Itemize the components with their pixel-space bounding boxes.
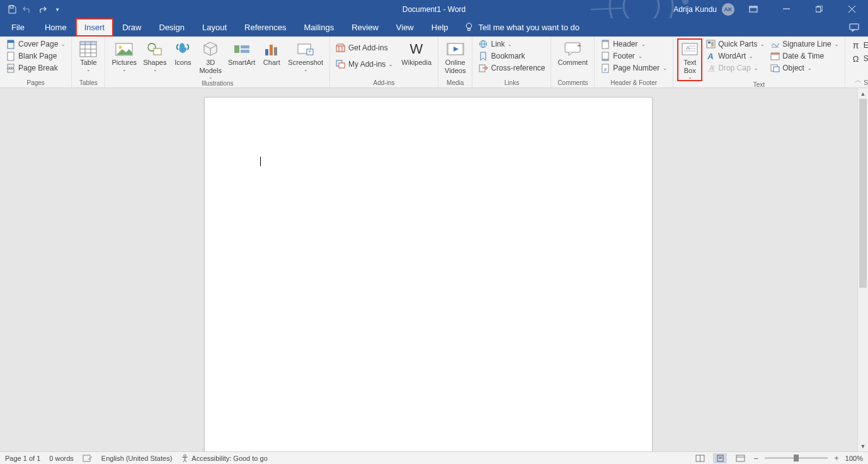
drop-cap-icon: A bbox=[705, 63, 716, 73]
pictures-button[interactable]: Pictures⌄ bbox=[109, 38, 139, 72]
user-avatar[interactable]: AK bbox=[722, 3, 734, 16]
document-area: ▲ ▼ bbox=[0, 88, 868, 451]
bookmark-button[interactable]: Bookmark bbox=[476, 50, 547, 62]
tab-insert[interactable]: Insert bbox=[76, 18, 114, 37]
svg-point-79 bbox=[184, 455, 186, 457]
quick-parts-button[interactable]: Quick Parts⌄ bbox=[704, 38, 767, 50]
svg-rect-85 bbox=[736, 455, 745, 461]
tab-draw[interactable]: Draw bbox=[113, 18, 150, 37]
header-button[interactable]: Header⌄ bbox=[598, 38, 669, 50]
tab-review[interactable]: Review bbox=[343, 18, 387, 37]
table-button[interactable]: Table⌄ bbox=[76, 38, 101, 72]
scroll-thumb[interactable] bbox=[859, 99, 867, 288]
document-page[interactable] bbox=[204, 97, 653, 451]
tab-file[interactable]: File bbox=[0, 18, 36, 37]
svg-rect-30 bbox=[234, 45, 239, 53]
status-page[interactable]: Page 1 of 1 bbox=[5, 455, 40, 462]
drop-cap-button[interactable]: ADrop Cap⌄ bbox=[704, 62, 767, 74]
screenshot-button[interactable]: +Screenshot⌄ bbox=[285, 38, 326, 72]
text-box-button[interactable]: AText Box⌄ bbox=[677, 38, 702, 81]
minimize-button[interactable] bbox=[772, 0, 800, 18]
my-addins-button[interactable]: My Add-ins⌄ bbox=[334, 59, 395, 70]
signature-line-button[interactable]: Signature Line⌄ bbox=[768, 38, 840, 50]
qat-customize-icon[interactable]: ▾ bbox=[53, 5, 62, 14]
symbol-button[interactable]: ΩSymbol⌄ bbox=[849, 53, 868, 64]
3d-models-button[interactable]: 3D Models⌄ bbox=[197, 38, 224, 80]
comment-button[interactable]: +Comment bbox=[555, 38, 590, 67]
lightbulb-icon bbox=[465, 23, 474, 32]
page-break-button[interactable]: Page Break bbox=[4, 62, 67, 74]
get-addins-button[interactable]: Get Add-ins bbox=[334, 42, 395, 54]
blank-page-button[interactable]: Blank Page bbox=[4, 50, 67, 62]
group-label-media: Media bbox=[442, 79, 468, 88]
smartart-button[interactable]: SmartArt bbox=[226, 38, 258, 67]
svg-rect-12 bbox=[850, 24, 859, 30]
tab-design[interactable]: Design bbox=[151, 18, 193, 37]
web-layout-icon[interactable] bbox=[733, 453, 747, 463]
save-icon[interactable] bbox=[8, 5, 16, 14]
svg-rect-31 bbox=[241, 45, 249, 48]
shapes-button[interactable]: Shapes⌄ bbox=[140, 38, 169, 72]
scroll-down-icon[interactable]: ▼ bbox=[858, 441, 868, 451]
icons-button[interactable]: Icons bbox=[170, 38, 195, 67]
chart-button[interactable]: Chart bbox=[259, 38, 284, 67]
redo-icon[interactable] bbox=[38, 5, 47, 14]
scroll-up-icon[interactable]: ▲ bbox=[858, 88, 868, 99]
vertical-scrollbar[interactable]: ▲ ▼ bbox=[857, 88, 868, 451]
tab-view[interactable]: View bbox=[387, 18, 423, 37]
tab-mailings[interactable]: Mailings bbox=[295, 18, 343, 37]
cross-reference-button[interactable]: Cross-reference bbox=[476, 62, 547, 74]
svg-rect-33 bbox=[265, 49, 268, 55]
tab-home[interactable]: Home bbox=[36, 18, 76, 37]
status-accessibility[interactable]: Accessibility: Good to go bbox=[181, 454, 267, 462]
tab-help[interactable]: Help bbox=[423, 18, 457, 37]
object-button[interactable]: Object⌄ bbox=[768, 62, 840, 74]
link-button[interactable]: Link⌄ bbox=[476, 38, 547, 50]
svg-rect-47 bbox=[462, 43, 464, 55]
svg-rect-43 bbox=[339, 63, 345, 68]
addins-icon bbox=[336, 59, 346, 69]
spellcheck-icon[interactable] bbox=[83, 454, 93, 462]
cover-page-button[interactable]: Cover Page⌄ bbox=[4, 38, 67, 50]
comments-pane-icon[interactable] bbox=[849, 23, 859, 32]
text-box-icon: A bbox=[680, 40, 700, 59]
tab-layout[interactable]: Layout bbox=[193, 18, 236, 37]
status-words[interactable]: 0 words bbox=[49, 455, 74, 462]
print-layout-icon[interactable] bbox=[713, 453, 727, 463]
chart-icon bbox=[261, 40, 282, 59]
svg-rect-75 bbox=[771, 53, 779, 55]
maximize-button[interactable] bbox=[805, 0, 833, 18]
ribbon-display-icon[interactable] bbox=[740, 0, 767, 18]
date-time-button[interactable]: Date & Time bbox=[768, 50, 840, 62]
equation-button[interactable]: πEquation⌄ bbox=[849, 40, 868, 51]
zoom-out-button[interactable]: − bbox=[753, 453, 758, 463]
zoom-level[interactable]: 100% bbox=[845, 455, 863, 462]
svg-rect-67 bbox=[711, 42, 714, 47]
object-icon bbox=[770, 63, 780, 73]
page-number-button[interactable]: #Page Number⌄ bbox=[598, 62, 669, 74]
ribbon-tabs: File Home Insert Draw Design Layout Refe… bbox=[0, 18, 868, 37]
signature-icon bbox=[770, 39, 780, 49]
close-button[interactable] bbox=[838, 0, 865, 18]
group-comments: +Comment Comments bbox=[551, 37, 595, 88]
footer-button[interactable]: Footer⌄ bbox=[598, 50, 669, 62]
group-pages: Cover Page⌄ Blank Page Page Break Pages bbox=[0, 37, 72, 88]
tell-me-search[interactable]: Tell me what you want to do bbox=[465, 18, 580, 37]
user-name[interactable]: Adrija Kundu bbox=[673, 5, 717, 14]
window-title: Document1 - Word bbox=[403, 5, 465, 14]
status-language[interactable]: English (United States) bbox=[101, 455, 173, 462]
zoom-slider[interactable] bbox=[765, 457, 828, 459]
read-mode-icon[interactable] bbox=[693, 453, 707, 463]
zoom-in-button[interactable]: + bbox=[834, 453, 839, 463]
smartart-icon bbox=[232, 40, 252, 59]
wordart-button[interactable]: AWordArt⌄ bbox=[704, 50, 767, 62]
group-label-links: Links bbox=[476, 79, 547, 88]
tab-references[interactable]: References bbox=[236, 18, 295, 37]
undo-icon[interactable] bbox=[23, 5, 31, 14]
online-videos-button[interactable]: Online Videos bbox=[442, 38, 468, 74]
collapse-ribbon-icon[interactable]: ︿ bbox=[855, 76, 862, 85]
group-illustrations: Pictures⌄ Shapes⌄ Icons 3D Models⌄ Smart… bbox=[105, 37, 330, 88]
wikipedia-button[interactable]: WWikipedia bbox=[399, 38, 434, 67]
svg-text:W: W bbox=[410, 42, 423, 56]
group-addins: Get Add-ins My Add-ins⌄ WWikipedia Add-i… bbox=[330, 37, 438, 88]
